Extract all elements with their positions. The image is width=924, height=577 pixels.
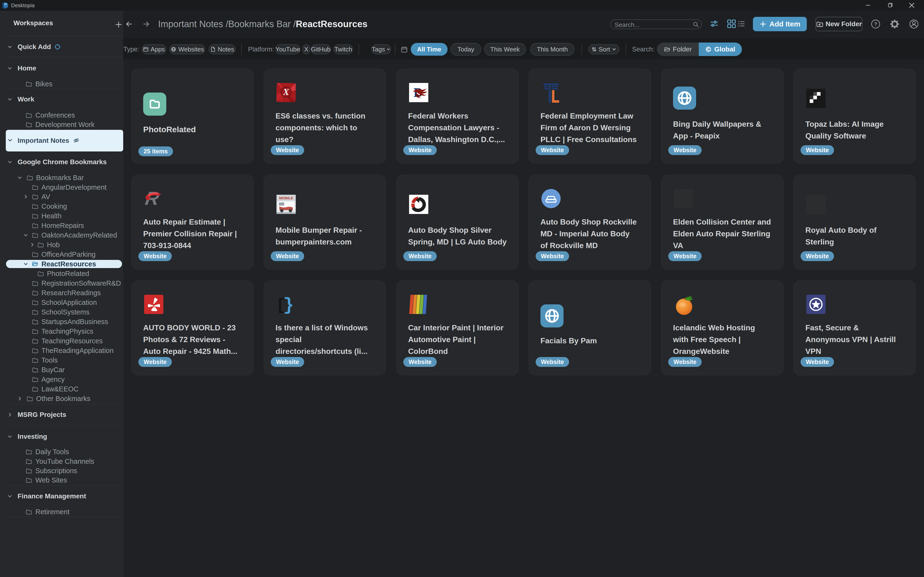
svg-text:}: } [283, 295, 294, 314]
svg-text:?: ? [874, 21, 877, 27]
svg-text:MOBILE: MOBILE [279, 196, 293, 200]
svg-text:X: X [283, 87, 289, 97]
